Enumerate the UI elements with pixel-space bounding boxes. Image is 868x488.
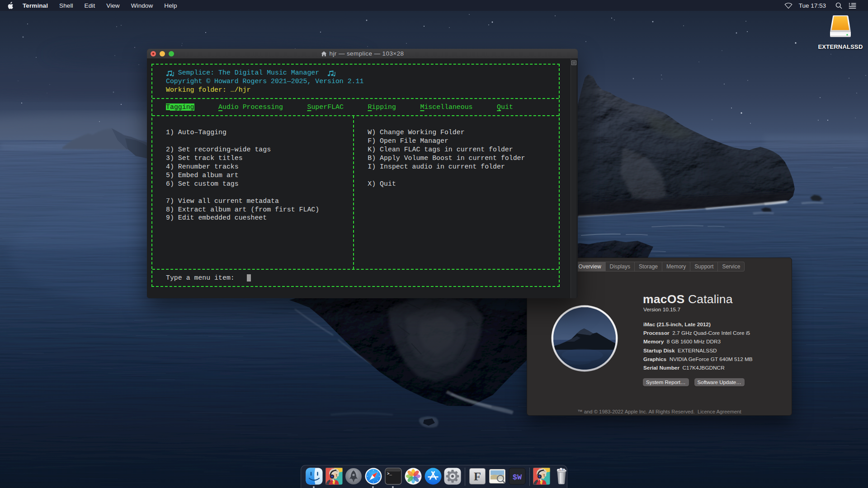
svg-text:>_: >_ xyxy=(387,472,392,476)
svg-text:F: F xyxy=(474,470,481,483)
svg-text:$W: $W xyxy=(513,473,522,482)
